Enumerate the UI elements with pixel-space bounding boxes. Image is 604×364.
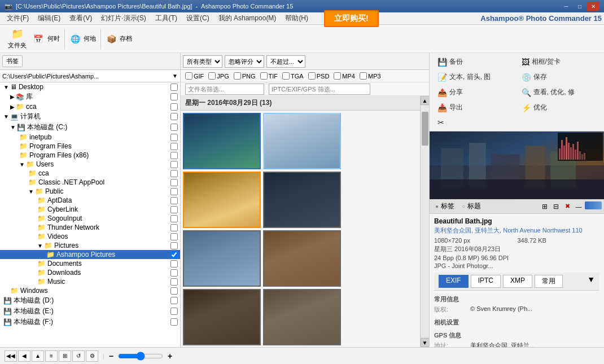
menu-file[interactable]: 文件(F) — [2, 12, 33, 24]
tree-item-music[interactable]: 📁 Music — [0, 277, 180, 286]
tree-item-drive-c[interactable]: ▼ 💾 本地磁盘 (C:) — [0, 122, 180, 133]
maximize-button[interactable]: □ — [574, 2, 586, 11]
color-swatch[interactable] — [585, 201, 602, 209]
tree-item-drive-e[interactable]: 💾 本地磁盘 (E:) — [0, 306, 180, 317]
menu-slideshow[interactable]: 幻灯片·演示(S) — [97, 12, 150, 24]
tree-item-documents[interactable]: 📁 Documents — [0, 259, 180, 268]
checkbox-mp3[interactable]: MP3 — [360, 72, 381, 80]
exif-filter[interactable] — [269, 84, 370, 95]
exif-tab-common[interactable]: 常用 — [535, 275, 563, 288]
zoom-slider[interactable] — [118, 352, 163, 361]
menu-edit[interactable]: 编辑(E) — [33, 12, 65, 24]
exif-tab-xmp[interactable]: XMP — [503, 275, 532, 288]
tree-checkbox[interactable] — [170, 113, 178, 120]
view-mode-btn-2[interactable]: ⊟ — [551, 201, 561, 212]
expand-exif-btn[interactable]: ▼ — [587, 275, 595, 288]
checkbox-tif[interactable]: TIF — [260, 72, 278, 80]
tree-checkbox[interactable] — [170, 143, 178, 150]
tree-checkbox[interactable] — [170, 308, 178, 315]
tab-tag[interactable]: ● 标签 — [432, 200, 458, 212]
tree-item-aptdata[interactable]: 📁 AptData — [0, 196, 180, 205]
type-filter[interactable]: 所有类型 — [183, 55, 222, 68]
tree-item-pictures[interactable]: ▼ 📁 Pictures — [0, 241, 180, 250]
tree-checkbox[interactable] — [170, 170, 178, 177]
tree-checkbox-selected[interactable] — [170, 251, 178, 258]
photo-item-7[interactable] — [183, 289, 261, 345]
bookmarks-btn[interactable]: 书签 — [2, 55, 23, 67]
menu-my-ashampoo[interactable]: 我的 Ashampoo(M) — [214, 12, 281, 24]
toolbar-folder-btn[interactable]: 📁 文件夹 — [5, 26, 30, 51]
tree-item-ku[interactable]: ▶ 📚 库 — [0, 91, 180, 102]
tree-item-ashampoo-pictures[interactable]: 📁 Ashampoo Pictures — [0, 250, 180, 259]
photo-item-8[interactable] — [263, 289, 341, 345]
exif-tab-exif[interactable]: EXIF — [439, 275, 469, 288]
buy-button[interactable]: 立即购买! — [324, 10, 379, 27]
tab-title[interactable]: ○ 标题 — [458, 200, 484, 212]
checkbox-mp4[interactable]: MP4 — [334, 72, 355, 80]
tree-checkbox[interactable] — [170, 197, 178, 204]
view-mode-grid[interactable]: ⊞ — [59, 350, 71, 362]
view-mode-btn-1[interactable]: ⊞ — [540, 201, 550, 212]
tree-checkbox[interactable] — [170, 260, 178, 267]
path-input[interactable] — [2, 73, 172, 80]
menu-settings[interactable]: 设置(C) — [182, 12, 214, 24]
zoom-plus[interactable]: + — [168, 352, 172, 361]
action-text[interactable]: 📝 文本, 箭头, 图 — [434, 71, 516, 84]
center-scrollbar[interactable]: ▲ ▼ — [420, 96, 429, 347]
tree-item-drive-f[interactable]: 💾 本地磁盘 (F:) — [0, 317, 180, 327]
menu-tools[interactable]: 工具(T) — [151, 12, 182, 24]
tree-checkbox[interactable] — [170, 224, 178, 231]
tree-checkbox[interactable] — [170, 297, 178, 304]
archive-label[interactable]: 存档 — [120, 34, 132, 43]
action-export[interactable]: 📥 导出 — [434, 101, 516, 114]
tree-item-cca[interactable]: ▶ 📁 cca — [0, 102, 180, 111]
tree-item-cyberlink[interactable]: 📁 CyberLink — [0, 205, 180, 214]
tree-item-programfiles-x86[interactable]: 📁 Program Files (x86) — [0, 151, 180, 160]
action-optimize[interactable]: ⚡ 优化 — [518, 101, 600, 114]
nav-up-btn[interactable]: ▲ — [32, 350, 44, 362]
tree-checkbox[interactable] — [170, 188, 178, 195]
zoom-minus[interactable]: − — [109, 352, 113, 361]
tree-checkbox[interactable] — [170, 134, 178, 141]
tree-item-inetpub[interactable]: 📁 inetpub — [0, 133, 180, 142]
photo-item-1[interactable] — [183, 113, 261, 169]
scroll-up-arrow[interactable]: ▲ — [421, 96, 430, 105]
action-view[interactable]: 🔍 查看, 优化, 修 — [518, 86, 600, 99]
tree-item-drive-d[interactable]: 💾 本地磁盘 (D:) — [0, 295, 180, 306]
tree-checkbox[interactable] — [170, 318, 178, 326]
tree-checkbox[interactable] — [170, 242, 178, 249]
tree-checkbox[interactable] — [170, 161, 178, 168]
checkbox-tga[interactable]: TGA — [282, 72, 304, 80]
checkbox-gif[interactable]: GIF — [185, 72, 204, 80]
tree-checkbox[interactable] — [170, 84, 178, 91]
tree-checkbox[interactable] — [170, 278, 178, 286]
menu-view[interactable]: 查看(V) — [65, 12, 97, 24]
tree-item-public[interactable]: ▼ 📁 Public — [0, 187, 180, 196]
action-save[interactable]: 💿 保存 — [518, 71, 600, 84]
tree-item-videos[interactable]: 📁 Videos — [0, 232, 180, 241]
photo-scroll-content[interactable]: 星期一 2016年08月29日 (13) — [181, 96, 420, 347]
action-share[interactable]: 📤 分享 — [434, 86, 516, 99]
photo-item-4[interactable] — [263, 172, 341, 228]
action-backup[interactable]: 💾 备份 — [434, 55, 516, 68]
tree-checkbox[interactable] — [170, 206, 178, 213]
nav-prev-btn[interactable]: ◀ — [18, 350, 30, 362]
refresh-btn[interactable]: ↺ — [72, 350, 85, 362]
tree-item-programfiles[interactable]: 📁 Program Files — [0, 142, 180, 151]
tree-checkbox[interactable] — [170, 152, 178, 159]
close-button[interactable]: ✕ — [587, 2, 599, 11]
view-mode-list[interactable]: ≡ — [45, 350, 58, 362]
path-dropdown-icon[interactable]: ▼ — [172, 73, 178, 79]
close-tab-btn[interactable]: ✖ — [562, 201, 572, 212]
checkbox-jpg[interactable]: JPG — [208, 72, 229, 80]
rating-filter[interactable]: 忽略评分 — [225, 55, 264, 68]
photo-item-6[interactable] — [263, 230, 341, 287]
photo-item-2[interactable] — [263, 113, 341, 169]
tree-item-computer[interactable]: ▼ 💻 计算机 — [0, 111, 180, 122]
settings-status-btn[interactable]: ⚙ — [86, 350, 98, 362]
photo-location-link[interactable]: 美利坚合众国, 亚特兰大, North Avenue Northwest 110 — [434, 226, 599, 235]
tree-checkbox[interactable] — [170, 269, 178, 277]
tree-item-desktop[interactable]: ▼ 🖥 Desktop — [0, 82, 180, 91]
photo-item-5[interactable] — [183, 230, 261, 287]
action-cut[interactable]: ✂ — [434, 116, 516, 129]
